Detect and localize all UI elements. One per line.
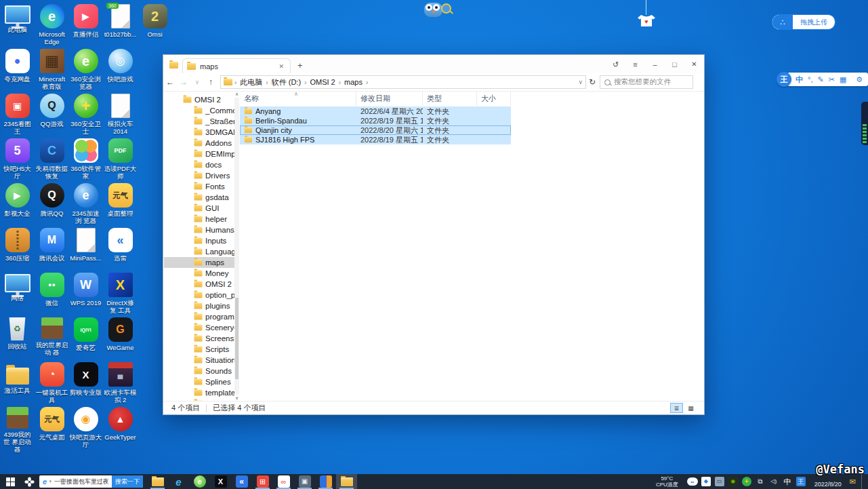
- tree-item-template[interactable]: template: [164, 387, 234, 398]
- breadcrumb[interactable]: ›此电脑›软件 (D:)›OMSI 2›maps› ∨: [220, 75, 586, 89]
- desktop-icon-capcut-pro[interactable]: X剪映专业版: [69, 362, 102, 396]
- tree-item-situations[interactable]: Situations: [164, 355, 234, 366]
- desktop-icon-360-software-manager[interactable]: 360软件管家: [69, 138, 102, 180]
- tree-item-languages[interactable]: Languages: [164, 246, 234, 257]
- file-row-qianjin-city[interactable]: Qianjin city2022/8/20 星期六 14:...文件夹: [240, 125, 511, 135]
- tray-360-tray-icon[interactable]: +: [741, 476, 752, 487]
- refresh-icon[interactable]: ↻: [586, 77, 598, 87]
- details-view-button[interactable]: ≣: [670, 403, 683, 413]
- desktop-icon-network[interactable]: 网络: [1, 273, 34, 302]
- tree-item-helper[interactable]: helper: [164, 214, 234, 224]
- column-header-3[interactable]: 大小: [477, 91, 511, 106]
- taskbar-app-360-browser[interactable]: e: [189, 474, 210, 489]
- up-button[interactable]: ↑: [204, 77, 218, 87]
- desktop-icon-t01b27bb-image[interactable]: 360t01b27bb...: [104, 4, 137, 38]
- desktop-icon-2345-speed-browser[interactable]: e2345加速浏 览器: [69, 183, 102, 224]
- desktop-icon-tencent-qq[interactable]: Q腾讯QQ: [35, 183, 68, 217]
- maximize-button[interactable]: □: [665, 56, 684, 73]
- desktop-icon-yingshi-daquan[interactable]: ▶影视大全: [1, 183, 34, 217]
- tree-item-gui[interactable]: GUI: [164, 203, 234, 214]
- cpu-temperature-widget[interactable]: 59°C CPU温度: [656, 475, 678, 488]
- tree-item-docs[interactable]: docs: [164, 159, 234, 170]
- desktop-icon-euro-truck-simulator-2[interactable]: ▄欧洲卡车模拟 2: [104, 362, 137, 404]
- desktop-icon-minipass-file[interactable]: MiniPass...: [69, 228, 102, 262]
- desktop-icon-yuanqi-desktop[interactable]: 元气元气桌面: [35, 407, 68, 441]
- tray-sogou-wang-tray-icon[interactable]: 王: [795, 476, 806, 487]
- 360-fan-button[interactable]: [20, 474, 38, 489]
- tree-item-option-pres[interactable]: option_pres: [164, 290, 234, 300]
- desktop-icon-360-browser[interactable]: e360安全浏览器: [69, 49, 102, 90]
- tray-ime-language-indicator[interactable]: 中: [782, 476, 793, 487]
- breadcrumb-segment[interactable]: 此电脑: [239, 77, 264, 87]
- tree-item-sounds[interactable]: Sounds: [164, 366, 234, 376]
- taskbar-app-thunder[interactable]: «: [231, 474, 252, 489]
- tree-item-money[interactable]: Money: [164, 268, 234, 279]
- search-go-button[interactable]: 搜索一下: [112, 475, 143, 488]
- column-header-0[interactable]: 名称∧: [240, 91, 356, 106]
- settings-gear-icon[interactable]: ⚙: [856, 76, 863, 83]
- tree-item-sceneryobje[interactable]: Sceneryobje: [164, 322, 234, 333]
- handwriting-pen-icon[interactable]: ✎: [817, 76, 823, 83]
- tray-nvidia-tray-icon[interactable]: ◉: [728, 476, 739, 487]
- column-header-1[interactable]: 修改日期: [356, 91, 423, 106]
- tree-item-humans[interactable]: Humans: [164, 224, 234, 235]
- scrollbar-thumb[interactable]: [235, 298, 239, 379]
- back-button[interactable]: ←: [163, 77, 177, 87]
- tree-item-inputs[interactable]: Inputs: [164, 235, 234, 246]
- desktop-icon-360-safeguard[interactable]: +360安全卫士: [69, 94, 102, 135]
- desktop-icon-thunder[interactable]: «迅雷: [104, 228, 137, 262]
- desktop-icon-omsi[interactable]: 2Omsi: [138, 4, 171, 38]
- desktop-icon-4399-minecraft-launcher[interactable]: 4399我的世 界启动器: [1, 407, 34, 453]
- desktop-icon-iqiyi[interactable]: iQIYI爱奇艺: [69, 317, 102, 351]
- taskbar-app-rings-app[interactable]: ∞: [273, 474, 294, 489]
- tree-item-plugins[interactable]: plugins: [164, 300, 234, 311]
- mail-envelope-icon[interactable]: ✉: [850, 477, 856, 486]
- desktop-icon-recycle-bin[interactable]: ♻回收站: [1, 317, 34, 350]
- tray-volume-tray-icon[interactable]: ◁): [768, 476, 779, 487]
- explorer-tab-maps[interactable]: maps ✕: [182, 58, 291, 73]
- tray-display-tray-icon[interactable]: ▭: [714, 476, 725, 487]
- tree-item-3dmgame[interactable]: 3DMGAME: [164, 127, 234, 138]
- taskbar-app-internet-explorer[interactable]: e: [168, 474, 189, 489]
- desktop-icon-kuaiba-h5-hall[interactable]: 5快吧H5大厅: [1, 138, 34, 180]
- taskbar-app-folder-window[interactable]: [336, 474, 357, 489]
- desktop-icon-this-pc[interactable]: 此电脑: [1, 4, 34, 33]
- desktop-icon-directx-repair-tool[interactable]: XDirectX修复 工具: [104, 273, 137, 314]
- tree-item-drivers[interactable]: Drivers: [164, 170, 234, 181]
- taskbar-search-box[interactable]: e ▼ 一密接面包车里过夜 搜索一下: [39, 475, 143, 488]
- tree-item-maps[interactable]: maps: [164, 257, 234, 268]
- punctuation-icon[interactable]: °,: [808, 76, 812, 83]
- desktop-icon-tencent-meeting[interactable]: M腾讯会议: [35, 228, 68, 262]
- tree-item-fonts[interactable]: Fonts: [164, 181, 234, 192]
- tree-item--stra-enbal[interactable]: _Straßenbal: [164, 116, 234, 127]
- desktop-icon-wps-2019[interactable]: WWPS 2019: [69, 273, 102, 307]
- desktop-icon-minecraft-launcher[interactable]: 我的世界启动 器: [35, 317, 68, 356]
- start-button[interactable]: [0, 474, 20, 489]
- desktop-icon-microsoft-edge[interactable]: eMicrosoft Edge: [35, 4, 68, 45]
- menu-icon[interactable]: ≡: [625, 56, 645, 73]
- tree-item--commonr[interactable]: _CommonR: [164, 105, 234, 116]
- tree-item-demimport[interactable]: DEMImport: [164, 149, 234, 159]
- desktop-icon-one-key-install-tool[interactable]: ◔一键装机工具: [35, 362, 68, 404]
- tray-netdisk-tray-icon[interactable]: ◆: [701, 476, 711, 487]
- scroll-up-icon[interactable]: ∧: [234, 91, 240, 98]
- tree-item-addons[interactable]: Addons: [164, 138, 234, 149]
- desktop-icon-kuaiba-games[interactable]: ◎快吧游戏: [104, 49, 137, 83]
- performance-gauge-widget[interactable]: [861, 102, 868, 145]
- desktop-icon-live-companion[interactable]: ▶直播伴侣: [69, 4, 102, 38]
- virtual-keyboard-icon[interactable]: ▦: [840, 76, 846, 83]
- breadcrumb-segment[interactable]: 软件 (D:): [270, 77, 302, 87]
- desktop-icon-wechat[interactable]: ●●微信: [35, 273, 68, 307]
- file-row-anyang[interactable]: Anyang2022/6/4 星期六 20:31文件夹: [240, 106, 511, 116]
- taskbar-app-viewer-app[interactable]: ▣: [294, 474, 315, 489]
- file-row-sj1816-high-fps[interactable]: SJ1816 High FPS2022/8/19 星期五 14:...文件夹: [240, 135, 511, 144]
- column-header-2[interactable]: 类型: [423, 91, 477, 106]
- tree-item-screenshots[interactable]: Screenshots: [164, 333, 234, 344]
- tray-quark-tray-icon[interactable]: ••: [687, 476, 698, 487]
- taskbar-app-archive-book-app[interactable]: [315, 474, 336, 489]
- desktop-icon-xundu-pdf-master[interactable]: PDF迅读PDF大师: [104, 138, 137, 180]
- file-row-berlin-spandau[interactable]: Berlin-Spandau2022/8/19 星期五 14:...文件夹: [240, 116, 511, 125]
- history-dropdown-icon[interactable]: ∨: [190, 79, 204, 85]
- close-button[interactable]: ✕: [684, 56, 704, 73]
- desktop-icon-qq-games[interactable]: QQQ游戏: [35, 94, 68, 128]
